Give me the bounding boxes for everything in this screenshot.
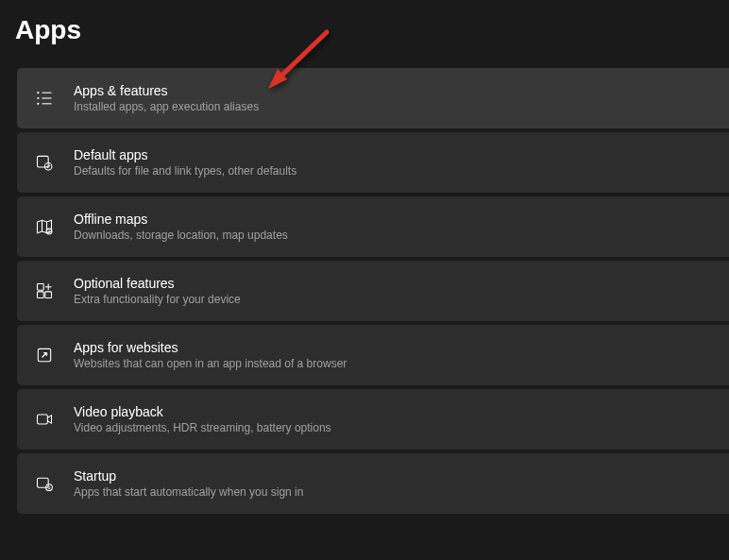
settings-item-text: Optional features Extra functionality fo… (74, 276, 241, 306)
settings-item-text: Apps & features Installed apps, app exec… (74, 83, 259, 113)
settings-item-apps-features[interactable]: Apps & features Installed apps, app exec… (17, 68, 729, 128)
settings-item-title: Offline maps (74, 212, 288, 227)
svg-rect-17 (38, 415, 48, 424)
settings-item-subtitle: Installed apps, app execution aliases (74, 100, 259, 113)
startup-icon (34, 473, 55, 494)
settings-item-text: Apps for websites Websites that can open… (74, 340, 347, 370)
settings-item-video-playback[interactable]: Video playback Video adjustments, HDR st… (17, 389, 729, 450)
svg-rect-11 (38, 284, 44, 291)
page-title: Apps (0, 0, 729, 68)
settings-item-title: Video playback (74, 404, 331, 419)
video-playback-icon (34, 409, 55, 430)
settings-item-subtitle: Video adjustments, HDR streaming, batter… (74, 421, 331, 434)
apps-features-list-icon (34, 88, 55, 109)
default-apps-icon (34, 152, 55, 173)
settings-item-title: Startup (74, 468, 303, 484)
settings-item-optional-features[interactable]: Optional features Extra functionality fo… (17, 261, 729, 321)
settings-item-text: Startup Apps that start automatically wh… (74, 468, 303, 499)
settings-items-container: Apps & features Installed apps, app exec… (0, 68, 729, 514)
settings-item-title: Apps & features (74, 83, 259, 98)
settings-item-subtitle: Downloads, storage location, map updates (74, 229, 288, 242)
settings-item-text: Video playback Video adjustments, HDR st… (74, 404, 331, 434)
settings-item-startup[interactable]: Startup Apps that start automatically wh… (17, 453, 729, 514)
settings-item-apps-websites[interactable]: Apps for websites Websites that can open… (17, 325, 729, 385)
svg-rect-13 (45, 292, 52, 298)
settings-item-subtitle: Defaults for file and link types, other … (74, 164, 297, 178)
apps-websites-icon (34, 345, 55, 365)
svg-rect-12 (38, 292, 44, 298)
settings-item-offline-maps[interactable]: Offline maps Downloads, storage location… (17, 196, 729, 257)
svg-point-0 (37, 92, 39, 93)
svg-point-2 (37, 103, 39, 105)
svg-point-1 (37, 97, 39, 99)
settings-item-text: Default apps Defaults for file and link … (74, 147, 297, 178)
settings-item-default-apps[interactable]: Default apps Defaults for file and link … (17, 132, 729, 193)
optional-features-icon (34, 280, 55, 301)
settings-item-text: Offline maps Downloads, storage location… (74, 212, 288, 242)
offline-maps-icon (34, 216, 55, 237)
settings-item-subtitle: Websites that can open in an app instead… (74, 357, 347, 370)
settings-item-subtitle: Apps that start automatically when you s… (74, 485, 303, 499)
svg-rect-6 (38, 156, 49, 167)
settings-item-title: Apps for websites (74, 340, 347, 355)
settings-item-title: Optional features (74, 276, 241, 291)
settings-item-title: Default apps (74, 147, 297, 162)
settings-item-subtitle: Extra functionality for your device (74, 293, 241, 306)
